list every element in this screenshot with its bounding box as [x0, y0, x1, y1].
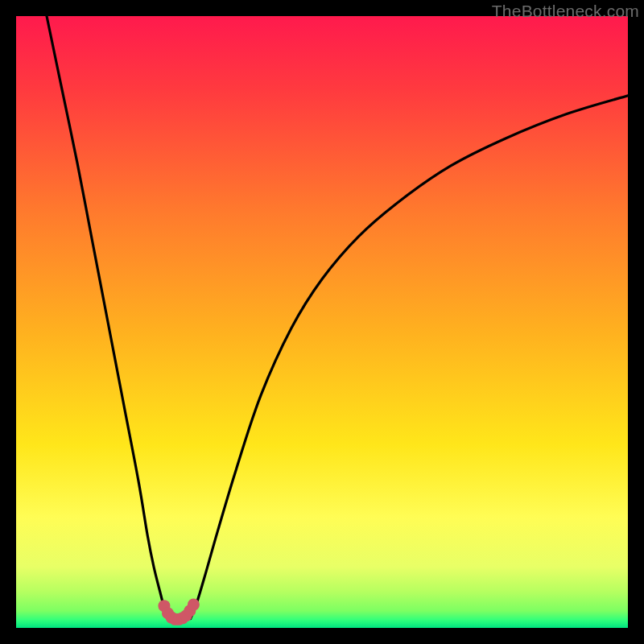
chart-frame: [16, 16, 628, 628]
watermark-text: TheBottleneck.com: [492, 2, 639, 21]
plot-area: [16, 16, 628, 628]
marker-point: [188, 599, 200, 611]
chart-svg: [16, 16, 628, 628]
